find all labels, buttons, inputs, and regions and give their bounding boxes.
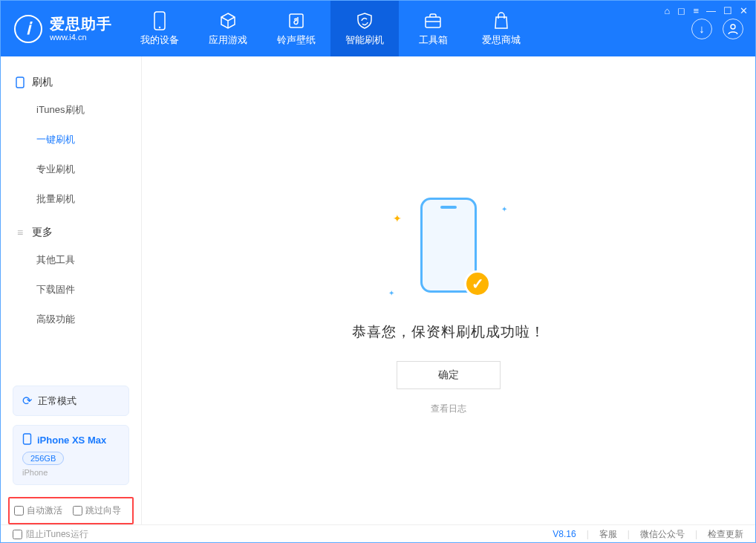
sidebar: 刷机 iTunes刷机 一键刷机 专业刷机 批量刷机 ≡ 更多 其他工具 下载固… — [1, 56, 142, 524]
sidebar-item-pro-flash[interactable]: 专业刷机 — [1, 155, 141, 184]
feedback-icon[interactable]: ◻ — [677, 5, 685, 16]
main-content: ✦ ✦ ✦ ✓ 恭喜您，保资料刷机成功啦！ 确定 查看日志 — [142, 56, 755, 524]
group-title: 刷机 — [32, 76, 53, 89]
svg-point-1 — [159, 26, 160, 27]
sidebar-item-other-tools[interactable]: 其他工具 — [1, 245, 141, 275]
version-label: V8.16 — [553, 529, 576, 539]
account-button[interactable] — [723, 19, 743, 39]
success-illustration: ✦ ✦ ✦ ✓ — [385, 198, 512, 302]
mode-card[interactable]: ⟳ 正常模式 — [13, 386, 129, 416]
nav-my-device[interactable]: 我的设备 — [126, 1, 194, 56]
device-type: iPhone — [22, 468, 120, 477]
nav-apps-games[interactable]: 应用游戏 — [194, 1, 262, 56]
download-button[interactable]: ↓ — [691, 19, 712, 39]
svg-rect-6 — [24, 434, 31, 444]
device-name-text: iPhone XS Max — [37, 435, 106, 446]
sparkle-icon: ✦ — [393, 212, 402, 224]
title-bar: ⅰ 爱思助手 www.i4.cn 我的设备 应用游戏 铃声壁纸 智能刷机 工具箱 — [1, 1, 755, 56]
app-title: 爱思助手 — [50, 16, 112, 33]
view-log-link[interactable]: 查看日志 — [431, 403, 466, 415]
nav-toolbox[interactable]: 工具箱 — [399, 1, 467, 56]
cube-icon — [218, 11, 238, 30]
wechat-link[interactable]: 微信公众号 — [640, 528, 685, 541]
device-phone-icon — [22, 433, 32, 447]
logo-area: ⅰ 爱思助手 www.i4.cn — [1, 1, 126, 56]
svg-point-4 — [731, 25, 735, 29]
shield-refresh-icon — [355, 11, 374, 30]
menu-icon[interactable]: ≡ — [693, 5, 699, 16]
nav-smart-flash[interactable]: 智能刷机 — [330, 1, 399, 56]
nav-label: 爱思商城 — [482, 33, 521, 47]
support-link[interactable]: 客服 — [599, 528, 617, 541]
check-badge-icon: ✓ — [464, 270, 491, 297]
svg-rect-3 — [426, 17, 440, 27]
skip-guide-label: 跳过向导 — [85, 504, 121, 517]
sidebar-item-itunes-flash[interactable]: iTunes刷机 — [1, 95, 141, 125]
nav-store[interactable]: 爱思商城 — [467, 1, 535, 56]
sidebar-item-download-firmware[interactable]: 下载固件 — [1, 275, 141, 305]
main-nav: 我的设备 应用游戏 铃声壁纸 智能刷机 工具箱 爱思商城 — [126, 1, 535, 56]
block-itunes-label: 阻止iTunes运行 — [26, 528, 88, 541]
ok-button[interactable]: 确定 — [397, 361, 501, 389]
sidebar-item-oneclick-flash[interactable]: 一键刷机 — [1, 125, 141, 155]
shirt-icon[interactable]: ⌂ — [665, 5, 671, 16]
skip-guide-checkbox[interactable]: 跳过向导 — [73, 504, 121, 517]
maximize-button[interactable]: ☐ — [723, 5, 732, 16]
sparkle-icon: ✦ — [388, 289, 394, 297]
app-logo-icon: ⅰ — [14, 15, 42, 43]
app-subtitle: www.i4.cn — [50, 33, 112, 42]
nav-label: 铃声壁纸 — [277, 33, 316, 47]
briefcase-icon — [423, 11, 443, 30]
check-update-link[interactable]: 检查更新 — [708, 528, 743, 541]
status-bar: 阻止iTunes运行 V8.16 | 客服 | 微信公众号 | 检查更新 — [1, 524, 755, 543]
phone-outline-icon — [14, 77, 26, 88]
shopping-bag-icon — [492, 11, 511, 30]
more-lines-icon: ≡ — [14, 227, 26, 238]
device-storage-badge: 256GB — [22, 452, 64, 465]
sparkle-icon: ✦ — [501, 205, 507, 213]
phone-icon — [150, 11, 169, 30]
group-title: 更多 — [32, 226, 53, 239]
music-note-icon — [287, 11, 306, 30]
success-message: 恭喜您，保资料刷机成功啦！ — [352, 322, 545, 342]
close-button[interactable]: ✕ — [740, 5, 748, 16]
auto-activate-label: 自动激活 — [27, 504, 62, 517]
nav-ringtone-wallpaper[interactable]: 铃声壁纸 — [262, 1, 330, 56]
nav-label: 我的设备 — [140, 33, 179, 47]
nav-label: 应用游戏 — [209, 33, 247, 47]
block-itunes-checkbox[interactable]: 阻止iTunes运行 — [13, 528, 88, 541]
window-controls: ⌂ ◻ ≡ — ☐ ✕ — [665, 5, 748, 16]
auto-activate-checkbox[interactable]: 自动激活 — [14, 504, 62, 517]
sidebar-group-flash: 刷机 — [1, 70, 141, 95]
sidebar-item-batch-flash[interactable]: 批量刷机 — [1, 184, 141, 214]
minimize-button[interactable]: — — [706, 5, 716, 16]
options-row: 自动激活 跳过向导 — [8, 497, 134, 524]
mode-label: 正常模式 — [38, 394, 76, 408]
refresh-icon: ⟳ — [22, 394, 32, 408]
svg-rect-5 — [16, 77, 24, 88]
device-card[interactable]: iPhone XS Max 256GB iPhone — [13, 425, 129, 485]
nav-label: 工具箱 — [419, 33, 448, 47]
nav-label: 智能刷机 — [345, 33, 384, 47]
sidebar-group-more: ≡ 更多 — [1, 220, 141, 245]
sidebar-item-advanced[interactable]: 高级功能 — [1, 305, 141, 334]
